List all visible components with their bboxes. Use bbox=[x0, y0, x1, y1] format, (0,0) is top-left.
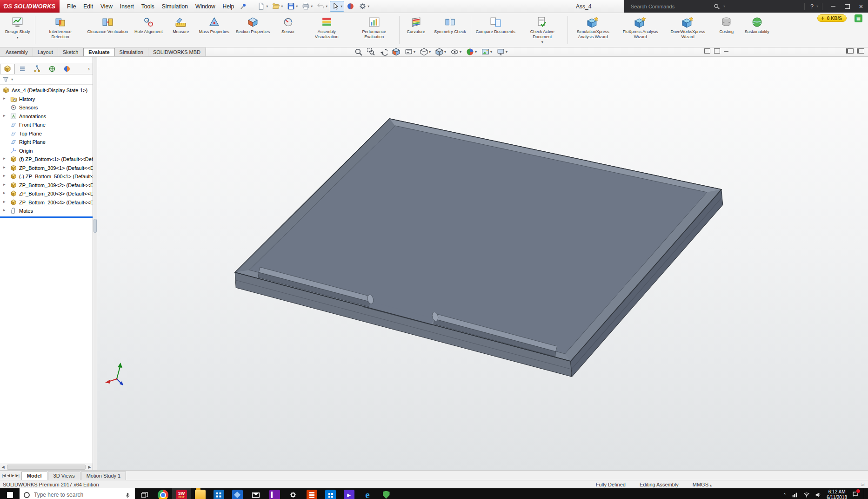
menu-window[interactable]: Window bbox=[192, 1, 219, 12]
volume-icon[interactable] bbox=[815, 492, 821, 498]
taskbar-app-movies[interactable] bbox=[340, 488, 358, 499]
task-view-button[interactable] bbox=[135, 488, 154, 499]
tab-evaluate[interactable]: Evaluate bbox=[83, 48, 114, 56]
new-document-button[interactable] bbox=[255, 1, 270, 12]
panel-horizontal-scrollbar[interactable]: ◀ ▶ bbox=[0, 464, 93, 470]
taskbar-app-store[interactable] bbox=[209, 488, 228, 499]
panel-split-line[interactable] bbox=[0, 216, 93, 218]
taskbar-app-file-explorer[interactable] bbox=[191, 488, 209, 499]
network-bars-icon[interactable] bbox=[792, 492, 798, 498]
taskbar-app-chrome[interactable] bbox=[154, 488, 172, 499]
previous-view-icon[interactable] bbox=[380, 48, 387, 56]
taskbar-app-defender[interactable] bbox=[377, 488, 395, 499]
assembly-model[interactable] bbox=[97, 57, 868, 470]
panel-tabs-overflow-icon[interactable] bbox=[85, 66, 93, 72]
search-commands-input[interactable] bbox=[630, 3, 711, 10]
graphics-area[interactable] bbox=[97, 57, 868, 470]
tree-item-history[interactable]: History bbox=[0, 95, 93, 104]
next-tab-icon[interactable] bbox=[11, 473, 14, 478]
chevron-down-icon[interactable] bbox=[311, 4, 313, 8]
chevron-down-icon[interactable] bbox=[723, 4, 725, 8]
chevron-down-icon[interactable] bbox=[414, 50, 415, 54]
microphone-icon[interactable] bbox=[125, 492, 131, 499]
tree-item-right-plane[interactable]: Right Plane bbox=[0, 138, 93, 147]
display-style-icon[interactable] bbox=[435, 48, 446, 56]
dropdown-caret-icon[interactable] bbox=[541, 40, 543, 45]
view-orientation-icon[interactable] bbox=[420, 48, 431, 56]
configurationmanager-tab[interactable] bbox=[30, 64, 45, 74]
taskbar-app-onenote[interactable] bbox=[265, 488, 284, 499]
zoom-to-area-icon[interactable] bbox=[367, 48, 375, 56]
last-tab-icon[interactable] bbox=[16, 473, 20, 478]
ribbon-tool-measure[interactable]: Measure bbox=[166, 13, 196, 47]
tab-layout[interactable]: Layout bbox=[33, 48, 58, 56]
taskbar-app-calculator[interactable] bbox=[321, 488, 340, 499]
expand-arrow-icon[interactable] bbox=[3, 182, 8, 187]
minimize-document-icon[interactable] bbox=[724, 51, 728, 52]
chevron-down-icon[interactable] bbox=[444, 50, 446, 54]
units-selector[interactable]: MMGS bbox=[693, 482, 712, 487]
expand-arrow-icon[interactable] bbox=[3, 113, 8, 118]
tab-sketch[interactable]: Sketch bbox=[58, 48, 84, 56]
tab-solidworks-mbd[interactable]: SOLIDWORKS MBD bbox=[148, 48, 206, 56]
menu-insert[interactable]: Insert bbox=[116, 1, 138, 12]
tree-item-part[interactable]: ZP_Bottom_309<2> (Default<<Defa bbox=[0, 181, 93, 190]
scroll-right-icon[interactable]: ▶ bbox=[87, 465, 93, 469]
scrollbar-thumb[interactable] bbox=[7, 465, 86, 470]
ribbon-tool-compare-documents[interactable]: Compare Documents bbox=[473, 13, 519, 47]
taskbar-app-photos[interactable] bbox=[228, 488, 247, 499]
save-button[interactable] bbox=[285, 1, 300, 12]
ribbon-tool-design-study[interactable]: Design Study bbox=[2, 13, 33, 47]
tray-expand-icon[interactable] bbox=[783, 492, 787, 498]
ribbon-tool-symmetry-check[interactable]: Symmetry Check bbox=[431, 13, 469, 47]
tree-item-mates[interactable]: Mates bbox=[0, 207, 93, 216]
edit-appearance-icon[interactable] bbox=[466, 48, 477, 56]
taskbar-search-input[interactable] bbox=[33, 491, 121, 499]
previous-tab-icon[interactable] bbox=[7, 473, 10, 478]
chevron-down-icon[interactable] bbox=[816, 4, 818, 8]
new-window-icon[interactable] bbox=[714, 48, 720, 54]
action-center-button[interactable] bbox=[852, 491, 859, 499]
maximize-button[interactable] bbox=[840, 0, 854, 13]
menu-file[interactable]: File bbox=[63, 1, 80, 12]
splitter-handle[interactable] bbox=[93, 219, 97, 233]
propertymanager-tab[interactable] bbox=[15, 64, 30, 74]
taskbar-app-edge[interactable] bbox=[358, 488, 377, 499]
chevron-down-icon[interactable] bbox=[266, 4, 268, 8]
tab-model[interactable]: Model bbox=[21, 472, 47, 480]
show-desktop-button[interactable] bbox=[864, 488, 867, 499]
close-button[interactable] bbox=[854, 0, 868, 13]
search-icon[interactable] bbox=[714, 3, 720, 9]
ribbon-tool-performance-evaluation[interactable]: Performance Evaluation bbox=[350, 13, 398, 47]
displaymanager-tab[interactable] bbox=[60, 64, 74, 74]
chevron-down-icon[interactable] bbox=[429, 50, 431, 54]
scroll-left-icon[interactable]: ◀ bbox=[0, 465, 6, 469]
ribbon-tool-mass-properties[interactable]: Mass Properties bbox=[196, 13, 233, 47]
collapse-pane-icon[interactable] bbox=[857, 48, 864, 54]
minimize-button[interactable] bbox=[826, 0, 840, 13]
menu-simulation[interactable]: Simulation bbox=[158, 1, 192, 12]
taskbar-app-settings[interactable] bbox=[284, 488, 302, 499]
chevron-down-icon[interactable] bbox=[281, 4, 283, 8]
ribbon-tool-clearance-verification[interactable]: Clearance Verification bbox=[84, 13, 132, 47]
apply-scene-icon[interactable] bbox=[481, 48, 492, 56]
ribbon-tool-curvature[interactable]: Curvature bbox=[401, 13, 431, 47]
chevron-down-icon[interactable] bbox=[490, 50, 492, 54]
split-pane-icon[interactable] bbox=[846, 48, 854, 54]
ribbon-tool-interference-detection[interactable]: Interference Detection bbox=[37, 13, 84, 47]
menu-view[interactable]: View bbox=[97, 1, 116, 12]
chevron-down-icon[interactable] bbox=[11, 77, 13, 81]
chevron-down-icon[interactable] bbox=[506, 50, 507, 54]
ribbon-tool-sustainability[interactable]: Sustainability bbox=[741, 13, 773, 47]
ribbon-tool-assembly-visualization[interactable]: Assembly Visualization bbox=[303, 13, 350, 47]
open-button[interactable] bbox=[270, 1, 285, 12]
expand-arrow-icon[interactable] bbox=[3, 208, 8, 212]
taskbar-search[interactable] bbox=[20, 488, 135, 499]
expand-arrow-icon[interactable] bbox=[3, 199, 8, 204]
menu-help[interactable]: Help bbox=[219, 1, 238, 12]
wifi-icon[interactable] bbox=[803, 492, 810, 498]
section-view-icon[interactable] bbox=[392, 48, 400, 56]
tree-item-part[interactable]: ZP_Bottom_200<4> (Default<<Defa bbox=[0, 198, 93, 207]
pin-menu-icon[interactable] bbox=[240, 3, 247, 10]
options-button[interactable] bbox=[357, 1, 371, 12]
